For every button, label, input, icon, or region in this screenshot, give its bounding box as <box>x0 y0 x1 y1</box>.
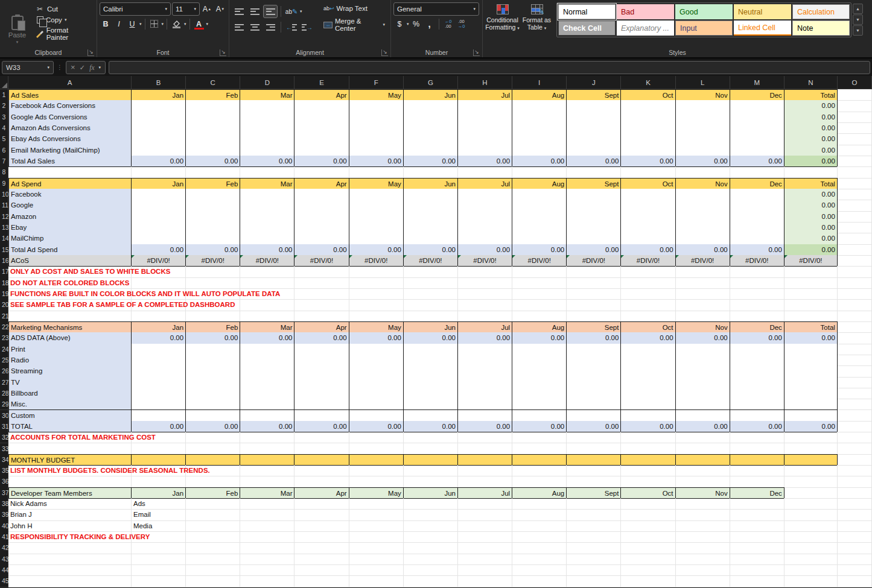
input-cell[interactable] <box>240 388 294 399</box>
cell[interactable] <box>676 288 730 300</box>
input-cell[interactable] <box>512 233 567 244</box>
row-header[interactable]: 26 <box>0 365 8 377</box>
cell[interactable] <box>676 266 730 277</box>
row-label-cell[interactable]: Billboard <box>8 388 132 399</box>
alignment-dialog-launcher[interactable]: ↘ <box>381 49 388 56</box>
cell[interactable] <box>404 542 458 554</box>
sum-cell[interactable]: 0.00 <box>240 332 294 344</box>
total-header-cell[interactable]: Total <box>784 321 838 333</box>
error-cell[interactable]: #DIV/0! <box>784 255 838 267</box>
note-cell[interactable]: RESPONSIBILITY TRACKING & DELIVERY <box>8 531 132 543</box>
sum-cell[interactable]: 0.00 <box>132 156 186 167</box>
percent-button[interactable]: % <box>410 17 422 30</box>
input-cell[interactable] <box>784 399 838 410</box>
input-cell[interactable] <box>186 377 240 388</box>
row-header[interactable]: 18 <box>0 277 8 289</box>
cell[interactable] <box>512 443 567 455</box>
cell[interactable] <box>838 410 872 422</box>
cell[interactable] <box>838 365 872 377</box>
row-header[interactable]: 11 <box>0 200 8 211</box>
input-cell[interactable] <box>730 399 784 410</box>
input-cell[interactable] <box>186 211 240 223</box>
row-header[interactable]: 32 <box>0 432 8 443</box>
input-cell[interactable] <box>567 211 621 223</box>
month-header-cell[interactable]: Jun <box>404 89 458 101</box>
cell[interactable] <box>404 443 458 455</box>
input-cell[interactable] <box>349 200 404 211</box>
input-cell[interactable] <box>132 365 186 377</box>
cell[interactable] <box>512 311 567 322</box>
cell[interactable] <box>838 200 872 211</box>
formula-input[interactable] <box>109 61 870 74</box>
row-label-cell[interactable]: Custom <box>8 410 132 422</box>
row-label-cell[interactable]: Google Ads Conversions <box>8 112 132 123</box>
total-header-cell[interactable]: Total <box>784 89 838 101</box>
borders-button[interactable] <box>148 17 161 30</box>
member-name-cell[interactable]: Nick Adams <box>8 498 132 510</box>
error-cell[interactable]: #DIV/0! <box>294 255 349 267</box>
error-cell[interactable]: #DIV/0! <box>240 255 294 267</box>
month-header-cell[interactable]: Jul <box>458 89 512 101</box>
input-cell[interactable] <box>404 211 458 223</box>
style-good[interactable]: Good <box>675 4 733 19</box>
cell[interactable] <box>132 542 186 554</box>
cell[interactable] <box>8 542 132 554</box>
input-cell[interactable] <box>132 122 186 134</box>
sum-cell[interactable]: 0.00 <box>132 332 186 344</box>
budget-cell[interactable] <box>349 454 404 466</box>
input-cell[interactable] <box>240 410 294 422</box>
input-cell[interactable] <box>567 399 621 410</box>
sum-cell[interactable]: 0.00 <box>186 156 240 167</box>
row-label-cell[interactable]: Radio <box>8 355 132 366</box>
input-cell[interactable] <box>349 112 404 123</box>
input-cell[interactable] <box>676 145 730 156</box>
month-header-cell[interactable]: Feb <box>186 89 240 101</box>
cell[interactable] <box>730 520 784 532</box>
input-cell[interactable] <box>404 399 458 410</box>
total-cell[interactable]: 0.00 <box>784 244 838 256</box>
input-cell[interactable] <box>294 145 349 156</box>
cell[interactable] <box>567 266 621 277</box>
cell[interactable] <box>132 564 186 576</box>
month-header-cell[interactable]: Aug <box>512 178 567 189</box>
row-header[interactable]: 14 <box>0 233 8 244</box>
cell[interactable] <box>621 166 675 178</box>
column-header-D[interactable]: D <box>240 76 294 89</box>
column-header-K[interactable]: K <box>621 76 675 89</box>
input-cell[interactable] <box>240 200 294 211</box>
sum-cell[interactable]: 0.00 <box>404 421 458 432</box>
cell[interactable] <box>186 476 240 487</box>
cell[interactable] <box>240 575 294 587</box>
cell[interactable] <box>512 432 567 443</box>
row-header[interactable]: 37 <box>0 487 8 499</box>
input-cell[interactable] <box>349 189 404 200</box>
cell[interactable] <box>186 166 240 178</box>
cell[interactable] <box>186 509 240 520</box>
input-cell[interactable] <box>240 100 294 112</box>
input-cell[interactable] <box>186 133 240 145</box>
month-header-cell[interactable]: Jan <box>132 178 186 189</box>
error-cell[interactable]: #DIV/0! <box>458 255 512 267</box>
cell[interactable] <box>512 288 567 300</box>
cell[interactable] <box>458 299 512 311</box>
column-header-F[interactable]: F <box>349 76 404 89</box>
cell[interactable] <box>294 277 349 289</box>
row-label-cell[interactable]: ADS DATA (Above) <box>8 332 132 344</box>
column-header-E[interactable]: E <box>294 76 349 89</box>
row-header[interactable]: 33 <box>0 443 8 455</box>
input-cell[interactable] <box>458 145 512 156</box>
cell[interactable] <box>784 432 838 443</box>
cell[interactable] <box>838 542 872 554</box>
input-cell[interactable] <box>621 189 675 200</box>
input-cell[interactable] <box>349 399 404 410</box>
input-cell[interactable] <box>458 355 512 366</box>
sum-cell[interactable]: 0.00 <box>349 156 404 167</box>
month-header-cell[interactable]: Jul <box>458 178 512 189</box>
input-cell[interactable] <box>458 200 512 211</box>
input-cell[interactable] <box>240 122 294 134</box>
cell[interactable] <box>240 531 294 543</box>
input-cell[interactable] <box>676 133 730 145</box>
cell[interactable] <box>294 288 349 300</box>
cell[interactable] <box>512 277 567 289</box>
cell[interactable] <box>458 498 512 510</box>
